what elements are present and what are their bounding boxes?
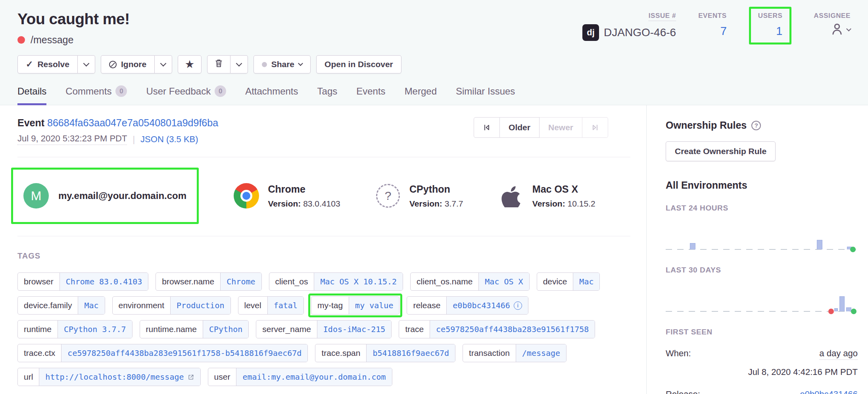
tab-tags[interactable]: Tags (317, 85, 338, 105)
tag-pill-device: device Mac (537, 272, 600, 291)
oldest-event-button[interactable] (474, 117, 500, 138)
action-toolbar: ✓ Resolve Ignore ★ (17, 55, 851, 73)
runtime-name: CPython (409, 183, 463, 195)
tag-value-link[interactable]: http://localhost:8000/message (39, 368, 200, 386)
my-tag-highlight-box: my-tag my value (308, 294, 403, 317)
tag-value-link[interactable]: Chrome 83.0.4103 (60, 273, 148, 290)
meta-separator: | (133, 134, 135, 145)
tag-value-link[interactable]: Mac OS X (478, 273, 529, 290)
tag-pill-browser: browser Chrome 83.0.4103 (17, 272, 148, 291)
stat-events: EVENTS 7 (698, 12, 727, 38)
tag-value-link[interactable]: ce5978250aff4438ba283e91561f1758 (430, 321, 595, 338)
last-24-hours-chart (666, 232, 858, 250)
tag-value-link[interactable]: my value (349, 297, 399, 314)
tag-value-link[interactable]: /message (516, 344, 566, 362)
tag-key: browser.name (156, 273, 220, 290)
tag-pill-environment: environment Production (112, 296, 231, 315)
ownership-rules-title: Ownership Rules (666, 120, 747, 131)
tag-value-link[interactable]: e0b0bc431466 i (446, 297, 528, 314)
event-id-link[interactable]: 86684fa63aa047e7a0540801a9d9f6ba (47, 117, 218, 128)
last-page-icon-button[interactable] (582, 117, 608, 138)
tag-value-link[interactable]: CPython 3.7.7 (58, 321, 132, 338)
tag-pill-server-name: server_name Idos-iMac-215 (256, 320, 392, 338)
event-details-panel: Event 86684fa63aa047e7a0540801a9d9f6ba J… (0, 105, 647, 394)
tag-key: trace.ctx (18, 344, 61, 362)
tab-details[interactable]: Details (17, 85, 46, 105)
first-seen-release-link[interactable]: e0b0bc431466 (800, 389, 858, 394)
issue-culprit: /message (17, 34, 130, 46)
tab-user-feedback[interactable]: User Feedback0 (146, 85, 226, 105)
tag-key: user (208, 368, 236, 386)
comments-count-badge: 0 (115, 85, 127, 97)
tab-attachments[interactable]: Attachments (245, 85, 298, 105)
events-count-link[interactable]: 7 (720, 25, 727, 37)
user-context-highlight-box: M my.email@your.domain.com (11, 168, 199, 224)
issue-header: You caught me! /message ISSUE # dj DJANG… (0, 0, 868, 105)
open-in-discover-button[interactable]: Open in Discover (316, 55, 401, 73)
tag-key: environment (113, 297, 171, 314)
user-email: my.email@your.domain.com (58, 190, 186, 201)
tag-key: runtime.name (140, 321, 203, 338)
assignee-selector[interactable] (814, 22, 851, 37)
tab-comments[interactable]: Comments0 (65, 85, 127, 105)
help-icon[interactable]: ? (751, 121, 761, 130)
issue-tabs: Details Comments0 User Feedback0 Attachm… (17, 85, 851, 105)
trash-icon (215, 59, 223, 70)
tag-value-link[interactable]: Idos-iMac-215 (317, 321, 392, 338)
event-json-link[interactable]: JSON (3.5 KB) (140, 134, 198, 145)
resolve-dropdown-button[interactable] (78, 55, 95, 73)
users-count-link[interactable]: 1 (776, 25, 782, 37)
tag-value-link[interactable]: fatal (267, 297, 303, 314)
tag-value-link[interactable]: Mac OS X 10.15.2 (314, 273, 403, 290)
tag-value-link[interactable]: CPython (203, 321, 248, 338)
unknown-runtime-icon: ? (376, 184, 400, 208)
tag-value-link[interactable]: Mac (78, 297, 104, 314)
environments-title: All Environments (666, 180, 858, 191)
culprit-text: /message (31, 34, 73, 46)
tag-value-link[interactable]: Mac (573, 273, 599, 290)
last-24-hours-label: LAST 24 HOURS (666, 204, 858, 212)
first-page-icon (483, 124, 491, 131)
star-icon: ★ (185, 59, 194, 70)
issue-sidebar: Ownership Rules ? Create Ownership Rule … (647, 105, 868, 394)
tag-key: client_os.name (411, 273, 478, 290)
issue-stats: ISSUE # dj DJANGO-46-6 EVENTS 7 USERS 1 … (582, 10, 851, 44)
tag-value-link[interactable]: email:my.email@your.domain.com (236, 368, 392, 386)
ignore-dropdown-button[interactable] (155, 55, 172, 73)
checkmark-icon: ✓ (26, 59, 33, 70)
tab-merged[interactable]: Merged (405, 85, 437, 105)
tag-key: device (537, 273, 573, 290)
tag-pill-trace-span: trace.span b5418816f9aec67d (315, 344, 455, 362)
ignore-button[interactable]: Ignore (101, 55, 155, 73)
tag-value-link[interactable]: b5418816f9aec67d (366, 344, 455, 362)
tag-key: release (407, 297, 446, 314)
issue-number-label: ISSUE # (649, 12, 676, 21)
older-event-button[interactable]: Older (500, 117, 540, 138)
tag-value-link[interactable]: Chrome (220, 273, 261, 290)
chevron-down-icon (160, 60, 167, 66)
chevron-down-icon (846, 26, 851, 31)
tag-value-link[interactable]: Production (170, 297, 230, 314)
feedback-count-badge: 0 (215, 85, 226, 97)
tab-events[interactable]: Events (356, 85, 385, 105)
tag-value-link[interactable]: ce5978250aff4438ba283e91561f1758-b541881… (61, 344, 307, 362)
resolve-button[interactable]: ✓ Resolve (17, 55, 78, 73)
bookmark-star-button[interactable]: ★ (178, 55, 202, 73)
os-context-card: Mac OS X Version: 10.15.2 (498, 183, 595, 209)
tab-similar-issues[interactable]: Similar Issues (456, 85, 515, 105)
create-ownership-rule-button[interactable]: Create Ownership Rule (666, 141, 776, 161)
delete-button[interactable] (207, 55, 230, 73)
newer-event-button[interactable]: Newer (540, 117, 582, 138)
share-button[interactable]: Share (253, 55, 311, 73)
tag-key: browser (18, 273, 60, 290)
os-version: 10.15.2 (568, 199, 595, 208)
tag-pill-my-tag: my-tag my value (311, 296, 400, 315)
tag-pill-client-os: client_os Mac OS X 10.15.2 (269, 272, 403, 291)
assignee-label: ASSIGNEE (814, 12, 851, 19)
tag-pill-release: release e0b0bc431466 i (407, 296, 528, 315)
external-link-icon (188, 374, 194, 380)
last-page-icon (591, 124, 599, 131)
delete-dropdown-button[interactable] (230, 55, 248, 73)
last-30-days-chart (666, 290, 858, 312)
users-stat-highlight-box: USERS 1 (749, 7, 792, 44)
